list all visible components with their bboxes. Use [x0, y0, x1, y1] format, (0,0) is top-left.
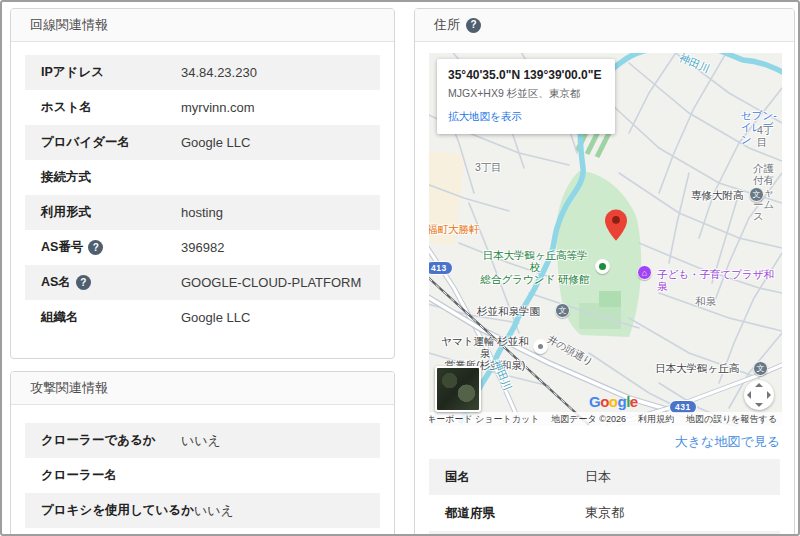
park-poi-icon — [595, 259, 610, 274]
pan-left-icon[interactable] — [747, 391, 751, 399]
pan-down-icon[interactable] — [755, 403, 763, 407]
row-label: ホスト名 — [41, 99, 92, 116]
row-label: クローラーであるか — [41, 432, 156, 449]
row-label: プロバイダー名 — [41, 134, 130, 151]
view-larger-map-link[interactable]: 大きな地図で見る — [429, 433, 780, 451]
row-label: クローラー名 — [41, 467, 117, 484]
satellite-view-toggle[interactable] — [435, 366, 481, 412]
map-label-nichidai-ground: 日本大学鶴ヶ丘高等学校 総合グラウンド 研修館 — [479, 249, 591, 285]
table-row: AS番号 ? 396982 — [25, 230, 380, 265]
help-icon[interactable]: ? — [76, 275, 91, 290]
attack-info-table: クローラーであるか いいえ クローラー名 プロキシを使用しているか いいえ — [11, 405, 394, 528]
ip-info-page: { "icons": { "help": "?", "school": "文",… — [0, 0, 800, 536]
address-header: 住所 ? — [415, 9, 794, 42]
panel-title: 回線関連情報 — [30, 9, 108, 41]
map-label-kodomo-plaza: 子ども・子育てプラザ和泉 — [657, 268, 782, 292]
row-label: 国名 — [445, 469, 470, 486]
prefecture-value: 東京都 — [585, 504, 624, 522]
panel-title: 攻撃関連情報 — [30, 372, 108, 404]
as-name-value: GOOGLE-CLOUD-PLATFORM — [181, 275, 361, 290]
report-error-link[interactable]: 地図の誤りを報告する — [686, 413, 777, 426]
table-row: プロキシを使用しているか いいえ — [25, 493, 380, 528]
ip-address-value: 34.84.23.230 — [181, 65, 257, 80]
map-pin-icon[interactable] — [605, 209, 627, 241]
usage-type-value: hosting — [181, 205, 223, 220]
address-panel: 住所 ? — [414, 8, 795, 536]
map-label-senshu-high: 専修大附高 — [691, 189, 744, 201]
terms-link[interactable]: 利用規約 — [638, 413, 674, 426]
row-label: 組織名 — [41, 309, 79, 326]
table-row: 利用形式 hosting — [25, 195, 380, 230]
google-logo[interactable]: Google — [589, 393, 638, 410]
coordinates-text: 35°40'35.0"N 139°39'00.0"E — [448, 68, 604, 82]
table-row: 都道府県 東京都 — [429, 495, 780, 531]
map-info-card: 35°40'35.0"N 139°39'00.0"E MJGX+HX9 杉並区、… — [437, 59, 615, 134]
line-info-header: 回線関連情報 — [11, 9, 394, 42]
map-data-copyright: 地図データ ©2026 — [551, 413, 626, 426]
as-number-value: 396982 — [181, 240, 224, 255]
table-row: クローラーであるか いいえ — [25, 423, 380, 458]
organization-value: Google LLC — [181, 310, 250, 325]
map-label-suginami-izumi-gakuen: 杉並和泉学園 — [477, 305, 540, 317]
child-plaza-icon: ⌂ — [637, 265, 652, 280]
table-row: IPアドレス 34.84.23.230 — [25, 55, 380, 90]
panel-title: 住所 — [434, 9, 460, 41]
row-label: IPアドレス — [41, 64, 104, 81]
table-row: クローラー名 — [25, 458, 380, 493]
hostname-value: myrvinn.com — [181, 100, 255, 115]
table-row: AS名 ? GOOGLE-CLOUD-PLATFORM — [25, 265, 380, 300]
keyboard-shortcuts-link[interactable]: キーボード ショートカット — [429, 413, 539, 426]
enlarge-map-link[interactable]: 拡大地図を表示 — [448, 110, 522, 124]
is-crawler-value: いいえ — [181, 432, 221, 450]
map-label-izumi: 和泉 — [695, 295, 716, 307]
table-row: 接続方式 — [25, 160, 380, 195]
attack-info-header: 攻撃関連情報 — [11, 372, 394, 405]
row-label: 接続方式 — [41, 169, 91, 186]
school-icon: 文 — [749, 187, 764, 202]
provider-value: Google LLC — [181, 135, 250, 150]
help-icon[interactable]: ? — [466, 18, 481, 33]
table-row: ホスト名 myrvinn.com — [25, 90, 380, 125]
address-body: 神田川 セブン-イレブン 4丁目 3丁目 介護付有 チャームス 専修大附高 文 … — [415, 53, 794, 536]
map-label-nichidai-high: 日本大学鶴ヶ丘高 — [655, 362, 739, 374]
table-row: 組織名 Google LLC — [25, 300, 380, 335]
line-info-panel: 回線関連情報 IPアドレス 34.84.23.230 ホスト名 myrvinn.… — [10, 8, 395, 359]
map-label-taishoken: 福町大勝軒 — [429, 223, 480, 235]
row-label: プロキシを使用しているか — [41, 502, 194, 519]
address-table: 国名 日本 都道府県 東京都 — [429, 451, 780, 536]
table-row: 国名 日本 — [429, 459, 780, 495]
attack-info-panel: 攻撃関連情報 クローラーであるか いいえ クローラー名 プロキシを使用しているか… — [10, 371, 395, 536]
row-label: 利用形式 — [41, 204, 91, 221]
school-icon: 文 — [555, 303, 570, 318]
plus-code-text: MJGX+HX9 杉並区、東京都 — [448, 87, 604, 101]
pan-right-icon[interactable] — [767, 391, 771, 399]
pan-control[interactable] — [744, 380, 774, 410]
pan-up-icon[interactable] — [755, 383, 763, 387]
country-value: 日本 — [585, 468, 611, 486]
school-icon: 文 — [753, 361, 768, 376]
route-badge-413: 413 — [429, 261, 453, 275]
row-label: 都道府県 — [445, 505, 495, 522]
uses-proxy-value: いいえ — [194, 502, 234, 520]
help-icon[interactable]: ? — [88, 240, 103, 255]
line-info-table: IPアドレス 34.84.23.230 ホスト名 myrvinn.com プロバ… — [11, 42, 394, 335]
map-label-4chome: 4丁目 — [757, 124, 782, 148]
table-row — [429, 531, 780, 536]
google-map[interactable]: 神田川 セブン-イレブン 4丁目 3丁目 介護付有 チャームス 専修大附高 文 … — [429, 53, 782, 426]
map-label-3chome: 3丁目 — [475, 161, 502, 173]
row-label: AS名 — [41, 274, 71, 291]
table-row: プロバイダー名 Google LLC — [25, 125, 380, 160]
row-label: AS番号 — [41, 239, 83, 256]
map-attribution-bar: キーボード ショートカット 地図データ ©2026 利用規約 地図の誤りを報告す… — [429, 412, 782, 426]
